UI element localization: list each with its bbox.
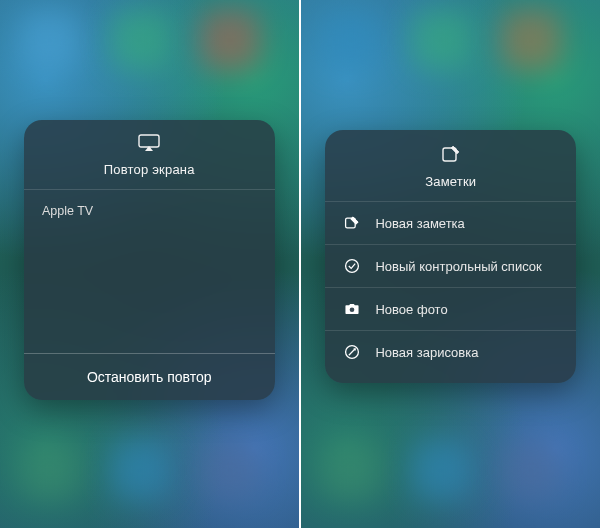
left-pane: Повтор экрана Apple TV Остановить повтор [0, 0, 299, 528]
stop-mirroring-button[interactable]: Остановить повтор [24, 353, 275, 400]
card-header: Повтор экрана [24, 120, 275, 189]
new-sketch-action[interactable]: Новая зарисовка [325, 330, 576, 373]
card-title: Заметки [425, 174, 476, 189]
action-label: Новая заметка [375, 216, 464, 231]
svg-point-4 [350, 307, 355, 312]
notes-quick-actions-card: Заметки Новая заметка [325, 130, 576, 383]
card-title: Повтор экрана [104, 162, 195, 177]
airplay-icon [138, 134, 160, 156]
two-screenshot-collage: Повтор экрана Apple TV Остановить повтор [0, 0, 600, 528]
new-note-action[interactable]: Новая заметка [325, 201, 576, 244]
checklist-icon [343, 257, 361, 275]
new-checklist-action[interactable]: Новый контрольный список [325, 244, 576, 287]
action-label: Новое фото [375, 302, 447, 317]
action-label: Новый контрольный список [375, 259, 541, 274]
camera-icon [343, 300, 361, 318]
screen-mirroring-card: Повтор экрана Apple TV Остановить повтор [24, 120, 275, 400]
action-label: Новая зарисовка [375, 345, 478, 360]
right-pane: Заметки Новая заметка [301, 0, 600, 528]
mirror-device-row[interactable]: Apple TV [24, 189, 275, 232]
card-header: Заметки [325, 130, 576, 201]
svg-rect-0 [139, 135, 159, 147]
device-label: Apple TV [42, 204, 93, 218]
compose-icon [441, 144, 461, 168]
sketch-icon [343, 343, 361, 361]
svg-point-3 [346, 260, 359, 273]
card-body-spacer [24, 232, 275, 353]
stop-label: Остановить повтор [87, 369, 212, 385]
compose-icon [343, 214, 361, 232]
new-photo-action[interactable]: Новое фото [325, 287, 576, 330]
